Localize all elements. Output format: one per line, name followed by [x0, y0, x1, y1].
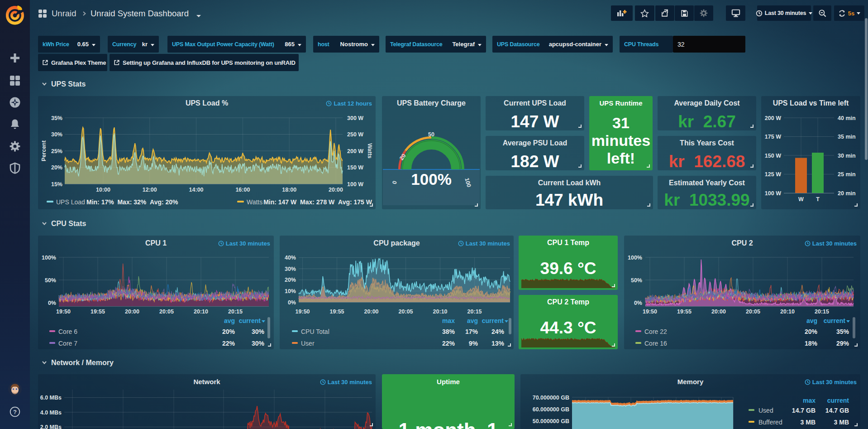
svg-text:CPU Total: CPU Total: [301, 328, 329, 335]
svg-text:30%: 30%: [252, 328, 265, 335]
svg-text:35 min: 35 min: [838, 134, 856, 140]
svg-text:9%: 9%: [469, 340, 478, 347]
svg-text:22%: 22%: [222, 340, 235, 347]
svg-text:W: W: [798, 196, 804, 202]
svg-text:175 W: 175 W: [765, 134, 781, 140]
svg-text:20:00: 20:00: [125, 308, 139, 315]
svg-text:100 W: 100 W: [347, 181, 363, 188]
svg-text:70.000000 GB: 70.000000 GB: [533, 395, 569, 401]
svg-text:Min: 17% Max: 32% Avg: 20%: Min: 17% Max: 32% Avg: 20%: [86, 198, 178, 206]
svg-text:20:00: 20:00: [711, 308, 726, 315]
svg-text:T: T: [816, 196, 820, 202]
svg-text:10:00: 10:00: [96, 187, 110, 193]
svg-text:50.000000 GB: 50.000000 GB: [533, 418, 569, 424]
svg-text:19:55: 19:55: [91, 308, 105, 315]
svg-text:20:00: 20:00: [364, 308, 379, 315]
svg-text:Used: Used: [758, 407, 773, 414]
svg-text:20:15: 20:15: [228, 308, 243, 315]
svg-text:19:50: 19:50: [296, 308, 310, 315]
svg-text:Core 6: Core 6: [58, 328, 77, 335]
svg-text:Watts: Watts: [367, 143, 373, 159]
svg-text:User: User: [301, 340, 315, 347]
svg-text:20:15: 20:15: [467, 308, 482, 315]
svg-text:35%: 35%: [836, 328, 849, 335]
svg-text:20:10: 20:10: [433, 308, 448, 315]
svg-text:18%: 18%: [805, 340, 818, 347]
svg-text:14.7 GB: 14.7 GB: [792, 407, 816, 414]
svg-text:125 W: 125 W: [765, 171, 781, 178]
svg-text:24%: 24%: [491, 328, 505, 335]
svg-text:13%: 13%: [491, 340, 505, 347]
svg-text:100%: 100%: [628, 255, 642, 261]
svg-text:18:00: 18:00: [282, 187, 296, 193]
svg-text:0%: 0%: [634, 300, 642, 306]
svg-text:20:05: 20:05: [399, 308, 413, 315]
svg-text:Core 22: Core 22: [644, 328, 667, 335]
svg-text:19:55: 19:55: [677, 308, 692, 315]
svg-text:38%: 38%: [442, 328, 455, 335]
svg-text:current: current: [827, 397, 849, 404]
svg-text:UPS Load: UPS Load: [56, 198, 85, 206]
svg-text:20:10: 20:10: [780, 308, 795, 315]
svg-text:20 min: 20 min: [838, 190, 856, 197]
svg-text:19:50: 19:50: [643, 308, 657, 315]
svg-text:10%: 10%: [285, 288, 296, 294]
svg-text:50: 50: [428, 131, 434, 138]
svg-text:15%: 15%: [51, 181, 62, 188]
svg-text:100%: 100%: [42, 255, 56, 261]
svg-text:30 min: 30 min: [838, 153, 856, 159]
svg-text:250 W: 250 W: [347, 131, 363, 138]
svg-text:19:55: 19:55: [330, 308, 344, 315]
svg-text:25%: 25%: [51, 148, 62, 154]
svg-text:?: ?: [13, 409, 17, 415]
svg-text:Percent: Percent: [41, 140, 47, 161]
svg-text:20%: 20%: [51, 164, 62, 171]
svg-text:50%: 50%: [45, 277, 56, 284]
svg-text:25 min: 25 min: [838, 171, 856, 178]
svg-text:20%: 20%: [285, 277, 296, 283]
svg-text:200 W: 200 W: [765, 115, 781, 121]
svg-text:14.7 GB: 14.7 GB: [825, 407, 849, 414]
svg-text:0%: 0%: [48, 300, 56, 306]
svg-text:20:05: 20:05: [159, 308, 174, 315]
svg-text:29%: 29%: [836, 340, 849, 347]
svg-text:avg: avg: [806, 317, 817, 324]
svg-text:20:00: 20:00: [329, 187, 343, 193]
svg-text:3 MB: 3 MB: [834, 419, 849, 426]
svg-text:12:00: 12:00: [143, 187, 157, 193]
svg-text:20%: 20%: [222, 328, 235, 335]
svg-text:Buffered: Buffered: [758, 419, 782, 426]
svg-text:150 W: 150 W: [765, 153, 781, 159]
svg-text:4.0 MBs: 4.0 MBs: [40, 410, 62, 416]
svg-text:avg: avg: [467, 317, 478, 324]
svg-text:3 MB: 3 MB: [801, 419, 816, 426]
svg-text:50%: 50%: [631, 277, 642, 284]
svg-text:40%: 40%: [285, 255, 296, 261]
svg-text:16:00: 16:00: [235, 187, 250, 193]
svg-text:30%: 30%: [252, 340, 265, 347]
svg-text:current: current: [824, 317, 846, 324]
svg-text:0%: 0%: [288, 299, 296, 306]
svg-text:2.0 MBs: 2.0 MBs: [40, 424, 62, 429]
svg-text:avg: avg: [224, 317, 235, 324]
svg-text:30%: 30%: [51, 131, 62, 138]
svg-text:200 W: 200 W: [347, 148, 363, 154]
svg-text:30%: 30%: [285, 266, 296, 272]
svg-text:Core 16: Core 16: [644, 340, 667, 347]
svg-text:19:50: 19:50: [56, 308, 71, 315]
svg-text:Watts: Watts: [247, 198, 262, 206]
svg-text:current: current: [482, 317, 504, 324]
svg-text:Core 7: Core 7: [58, 340, 77, 347]
svg-text:150 W: 150 W: [347, 164, 363, 171]
svg-text:6.0 MBs: 6.0 MBs: [40, 395, 62, 401]
svg-text:17%: 17%: [465, 328, 478, 335]
svg-text:current: current: [239, 317, 261, 324]
svg-text:20:10: 20:10: [194, 308, 208, 315]
svg-text:Min: 147 W Max: 278 W Avg: 1: Min: 147 W Max: 278 W Avg: 175 W: [263, 198, 372, 206]
svg-text:max: max: [803, 397, 816, 404]
svg-text:20%: 20%: [805, 328, 818, 335]
svg-text:60.000000 GB: 60.000000 GB: [533, 406, 569, 413]
svg-text:max: max: [442, 317, 455, 324]
svg-text:40 min: 40 min: [838, 115, 856, 121]
svg-text:22%: 22%: [442, 340, 455, 347]
